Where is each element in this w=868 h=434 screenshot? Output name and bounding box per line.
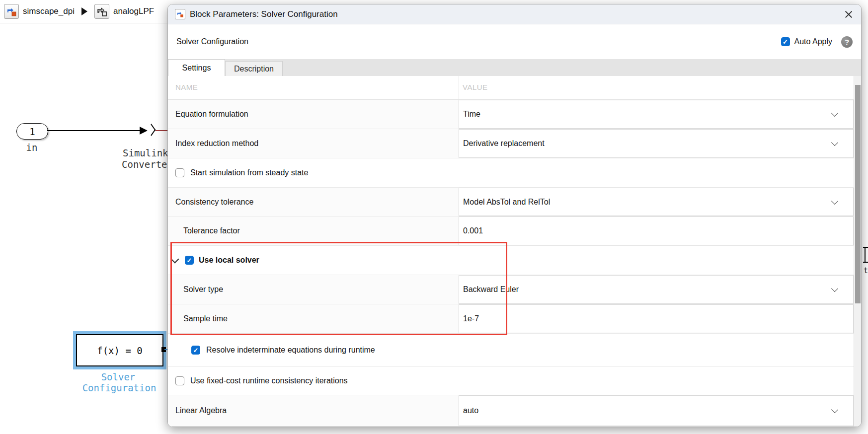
row-index-reduction-method: Index reduction methodDerivative replace…: [168, 129, 854, 158]
help-icon[interactable]: ?: [841, 36, 853, 48]
checkbox-use-local-solver[interactable]: ✓: [185, 256, 194, 265]
dialog-title: Block Parameters: Solver Configuration: [190, 9, 843, 19]
param-name-tolerance-factor: Tolerance factor: [168, 217, 459, 245]
value-column-header: VALUE: [463, 83, 488, 91]
screenshot-stage: simscape_dpi analogLPF 1 in Simulink- Co…: [0, 0, 868, 434]
tab-settings[interactable]: Settings: [168, 59, 225, 76]
section-control-use-local-solver[interactable]: ✓Use local solver: [168, 246, 854, 275]
hidden-block-edge: [865, 247, 866, 263]
solver-block-label-line2: Configuration: [75, 382, 164, 393]
dropdown-index-reduction-method[interactable]: Derivative replacement: [459, 129, 854, 158]
param-name-solver-type: Solver type: [168, 275, 459, 304]
solver-configuration-block[interactable]: f(x) = 0: [76, 334, 163, 366]
param-value-solver-type: Backward Euler: [463, 285, 519, 294]
name-column-header: NAME: [175, 83, 198, 91]
subsystem-icon: [94, 4, 109, 19]
row-consistency-tolerance: Consistency toleranceModel AbsTol and Re…: [168, 188, 854, 217]
checkbox-resolve-indeterminate-equations-during-runtime[interactable]: ✓: [191, 346, 200, 355]
converter-block-label-line2: Converter: [122, 159, 173, 170]
inport-number: 1: [29, 126, 35, 137]
chevron-down-icon: [831, 139, 838, 146]
wire-arrowhead-solid-icon: [140, 127, 148, 135]
param-name-consistency-tolerance: Consistency tolerance: [168, 188, 459, 216]
checkbox-control-use-fixed-cost-runtime-consistency-iterations[interactable]: Use fixed-cost runtime consistency itera…: [168, 367, 854, 395]
dialog-simulink-icon: [175, 9, 185, 19]
row-use-fixed-cost-runtime-consistency-iterations: Use fixed-cost runtime consistency itera…: [168, 367, 854, 395]
chevron-down-icon: [831, 197, 838, 204]
breadcrumb-item-subsystem[interactable]: analogLPF: [113, 6, 154, 16]
dialog-subtitle: Solver Configuration: [176, 37, 781, 46]
row-resolve-indeterminate-equations-during-runtime: ✓Resolve indeterminate equations during …: [168, 334, 854, 367]
checkbox-control-start-simulation-from-steady-state[interactable]: Start simulation from steady state: [168, 158, 854, 187]
chevron-down-icon: [831, 406, 838, 413]
chevron-down-icon: [831, 285, 838, 292]
dropdown-linear-algebra[interactable]: auto: [459, 395, 854, 426]
solver-block-equation: f(x) = 0: [97, 345, 143, 356]
table-rows: Equation formulationTimeIndex reduction …: [168, 100, 854, 427]
param-value-linear-algebra: auto: [463, 406, 478, 415]
auto-apply-control[interactable]: ✓ Auto Apply: [781, 37, 833, 46]
expander-chevron-down-icon[interactable]: [171, 255, 179, 264]
checkbox-label: Use fixed-cost runtime consistency itera…: [190, 376, 348, 385]
dropdown-consistency-tolerance[interactable]: Model AbsTol and RelTol: [459, 188, 854, 216]
close-icon[interactable]: [843, 9, 854, 20]
param-value-tolerance-factor: 0.001: [463, 226, 483, 235]
row-solver-type: Solver typeBackward Euler: [168, 275, 854, 304]
checkbox-start-simulation-from-steady-state[interactable]: [175, 168, 184, 177]
breadcrumb-item-model[interactable]: simscape_dpi: [23, 6, 75, 16]
hidden-block-label-fragment: t: [864, 266, 868, 275]
vertical-scrollbar[interactable]: [854, 76, 862, 427]
row-section-use-local-solver: ✓Use local solver: [168, 246, 854, 275]
solver-block-label-line1: Solver: [83, 371, 153, 382]
signal-wire[interactable]: [47, 130, 141, 131]
breadcrumb-separator-icon: [81, 7, 87, 15]
dropdown-equation-formulation[interactable]: Time: [459, 100, 854, 129]
column-divider: [459, 76, 459, 100]
dropdown-solver-type[interactable]: Backward Euler: [459, 275, 854, 304]
inport-block[interactable]: 1: [16, 123, 48, 140]
parameters-table: NAME VALUE Equation formulationTimeIndex…: [168, 76, 854, 427]
section-label: Use local solver: [199, 256, 259, 265]
row-start-simulation-from-steady-state: Start simulation from steady state: [168, 158, 854, 188]
tab-strip: Settings Description: [168, 59, 861, 76]
chevron-down-icon: [831, 110, 838, 117]
input-sample-time[interactable]: 1e-7: [459, 304, 854, 333]
row-equation-formulation: Equation formulationTime: [168, 100, 854, 129]
param-value-equation-formulation: Time: [463, 110, 480, 119]
wire-arrowhead-hollow-icon: [147, 124, 156, 136]
row-linear-algebra: Linear Algebraauto: [168, 395, 854, 427]
tab-description[interactable]: Description: [225, 61, 283, 76]
scrollbar-thumb[interactable]: [855, 85, 861, 303]
dialog-header: Solver Configuration ✓ Auto Apply ?: [168, 24, 861, 59]
param-value-sample-time: 1e-7: [463, 314, 479, 323]
auto-apply-checkbox[interactable]: ✓: [781, 37, 790, 46]
checkbox-control-resolve-indeterminate-equations-during-runtime[interactable]: ✓Resolve indeterminate equations during …: [168, 334, 854, 366]
row-tolerance-factor: Tolerance factor0.001: [168, 217, 854, 246]
dialog-titlebar[interactable]: Block Parameters: Solver Configuration: [168, 4, 861, 24]
converter-block-label-line1: Simulink-: [123, 147, 174, 158]
inport-label: in: [16, 142, 47, 153]
table-header-row: NAME VALUE: [168, 76, 854, 100]
auto-apply-label: Auto Apply: [794, 37, 833, 46]
checkbox-label: Resolve indeterminate equations during r…: [206, 346, 375, 355]
param-name-equation-formulation: Equation formulation: [168, 100, 459, 129]
param-name-index-reduction-method: Index reduction method: [168, 129, 459, 158]
input-tolerance-factor[interactable]: 0.001: [459, 217, 854, 245]
hidden-block-tick-top: [863, 247, 868, 248]
param-name-sample-time: Sample time: [168, 304, 459, 333]
param-value-index-reduction-method: Derivative replacement: [463, 139, 545, 148]
block-parameters-dialog: Block Parameters: Solver Configuration S…: [167, 4, 862, 427]
hidden-block-tick-bottom: [863, 262, 868, 263]
simulink-model-icon: [4, 4, 19, 19]
param-name-linear-algebra: Linear Algebra: [168, 395, 459, 426]
checkbox-label: Start simulation from steady state: [190, 168, 308, 177]
param-value-consistency-tolerance: Model AbsTol and RelTol: [463, 198, 550, 207]
checkbox-use-fixed-cost-runtime-consistency-iterations[interactable]: [175, 376, 184, 385]
row-sample-time: Sample time1e-7: [168, 304, 854, 334]
